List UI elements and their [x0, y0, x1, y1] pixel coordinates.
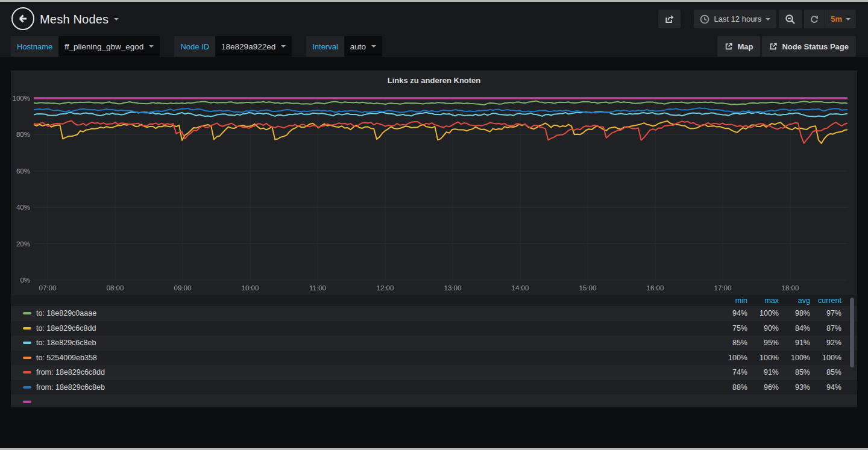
refresh-button[interactable] — [804, 10, 825, 28]
svg-text:10:00: 10:00 — [242, 284, 259, 292]
svg-text:0%: 0% — [20, 277, 30, 284]
series-max: 96% — [747, 383, 779, 392]
series-label[interactable]: to: 18e829c6c8dd — [36, 324, 96, 333]
series-color-icon[interactable] — [23, 342, 31, 344]
series-min: 85% — [716, 339, 747, 347]
series-label[interactable]: to: 18e829c0aaae — [36, 309, 96, 317]
dashboard-links: Map Node Status Page — [715, 36, 856, 57]
series-current: 87% — [810, 324, 841, 333]
series-max: 100% — [747, 354, 779, 362]
legend-col-current[interactable]: current — [810, 296, 841, 305]
node-id-value: 18e829a922ed — [221, 42, 275, 51]
dashboard-title-dropdown[interactable]: Mesh Nodes — [40, 11, 119, 28]
series-color-icon[interactable] — [23, 327, 31, 330]
time-series-chart[interactable]: 100%80%60%40%20%0%07:0008:0009:0010:0011… — [11, 90, 857, 295]
legend-row: to: 18e829c6c8eb85%95%91%92% — [11, 336, 857, 351]
graph-panel: Links zu anderen Knoten 100%80%60%40%20%… — [11, 70, 857, 407]
svg-text:07:00: 07:00 — [39, 284, 57, 292]
series-color-icon[interactable] — [23, 371, 31, 373]
variable-label: Interval — [306, 36, 344, 57]
variable-label: Hostname — [11, 36, 58, 57]
chevron-down-icon — [846, 18, 851, 20]
series-color-icon[interactable] — [23, 386, 31, 389]
chevron-down-icon — [766, 18, 770, 20]
series-current: 85% — [810, 368, 841, 377]
series-label[interactable]: from: 18e829c6c8dd — [36, 368, 105, 377]
hostname-dropdown[interactable]: ff_pliening_gbw_egod — [58, 36, 160, 57]
zoom-out-button[interactable] — [779, 10, 802, 28]
series-current: 94% — [810, 383, 841, 392]
legend-row: from: 18e829c6c8dd74%91%85%85% — [11, 365, 857, 380]
back-button[interactable] — [11, 7, 34, 30]
series-avg: 100% — [779, 354, 810, 362]
clock-icon — [700, 14, 709, 24]
series-avg: 93% — [779, 383, 810, 392]
refresh-interval-label: 5m — [831, 14, 842, 23]
series-max: 91% — [747, 368, 779, 377]
refresh-interval-dropdown[interactable]: 5m — [825, 10, 856, 28]
chevron-down-icon — [281, 45, 286, 48]
legend-table: min max avg current to: 18e829c0aaae94%1… — [11, 295, 857, 405]
svg-text:13:00: 13:00 — [444, 284, 462, 292]
svg-text:80%: 80% — [16, 131, 30, 138]
series-avg: 85% — [779, 368, 810, 377]
chevron-down-icon — [149, 45, 154, 48]
svg-text:17:00: 17:00 — [714, 284, 732, 292]
legend-row — [11, 395, 857, 405]
page-title: Mesh Nodes — [40, 13, 108, 27]
time-range-label: Last 12 hours — [714, 14, 761, 23]
series-current: 92% — [810, 339, 841, 347]
map-link-button[interactable]: Map — [717, 36, 760, 57]
legend-row: from: 18e829c6c8eb88%96%93%94% — [11, 380, 857, 395]
interval-dropdown[interactable]: auto — [344, 36, 382, 57]
series-max: 90% — [747, 324, 779, 333]
panel-title[interactable]: Links zu anderen Knoten — [11, 70, 857, 90]
series-min: 74% — [716, 368, 747, 377]
zoom-out-icon — [785, 14, 796, 25]
series-current: 97% — [810, 309, 841, 317]
share-button[interactable] — [658, 10, 681, 28]
top-controls: Last 12 hours 5m — [658, 10, 856, 28]
interval-value: auto — [350, 42, 366, 51]
node-id-dropdown[interactable]: 18e829a922ed — [215, 36, 292, 57]
legend-rows: to: 18e829c0aaae94%100%98%97%to: 18e829c… — [11, 306, 857, 405]
variable-interval: Interval auto — [306, 36, 382, 57]
refresh-icon — [810, 14, 819, 24]
series-label[interactable]: to: 5254009eb358 — [36, 354, 97, 362]
legend-col-avg[interactable]: avg — [779, 296, 810, 305]
series-min: 75% — [716, 324, 747, 333]
series-color-icon[interactable] — [23, 357, 31, 359]
svg-text:40%: 40% — [16, 204, 30, 211]
legend-row: to: 18e829c0aaae94%100%98%97% — [11, 306, 857, 321]
legend-scrollbar[interactable] — [850, 298, 854, 367]
legend-col-min[interactable]: min — [716, 296, 747, 305]
share-icon — [664, 14, 675, 24]
map-link-label: Map — [737, 42, 753, 51]
series-label[interactable]: from: 18e829c6c8eb — [36, 383, 105, 392]
time-picker-button[interactable]: Last 12 hours — [694, 10, 776, 28]
legend-header: min max avg current — [11, 295, 857, 306]
external-link-icon — [725, 42, 733, 51]
series-avg: 84% — [779, 324, 810, 333]
legend-col-max[interactable]: max — [747, 296, 779, 305]
svg-text:14:00: 14:00 — [512, 284, 529, 292]
svg-text:60%: 60% — [16, 167, 30, 175]
variable-label: Node ID — [174, 36, 215, 57]
svg-text:16:00: 16:00 — [647, 284, 664, 292]
svg-text:12:00: 12:00 — [377, 284, 394, 292]
series-max: 95% — [747, 339, 779, 347]
series-color-icon[interactable] — [23, 312, 31, 314]
chevron-down-icon — [371, 45, 376, 48]
node-status-page-link-button[interactable]: Node Status Page — [762, 36, 856, 57]
series-label[interactable]: to: 18e829c6c8eb — [36, 339, 96, 347]
svg-text:20%: 20% — [16, 240, 30, 248]
variable-hostname: Hostname ff_pliening_gbw_egod — [11, 36, 160, 57]
series-avg: 91% — [779, 339, 810, 347]
series-min: 100% — [716, 354, 747, 362]
series-color-icon[interactable] — [23, 401, 31, 403]
dashboard-header: Mesh Nodes Last 12 hours — [0, 2, 868, 57]
svg-text:11:00: 11:00 — [309, 284, 326, 292]
legend-row: to: 5254009eb358100%100%100%100% — [11, 351, 857, 366]
chevron-down-icon — [114, 18, 119, 20]
series-max: 100% — [747, 309, 779, 317]
